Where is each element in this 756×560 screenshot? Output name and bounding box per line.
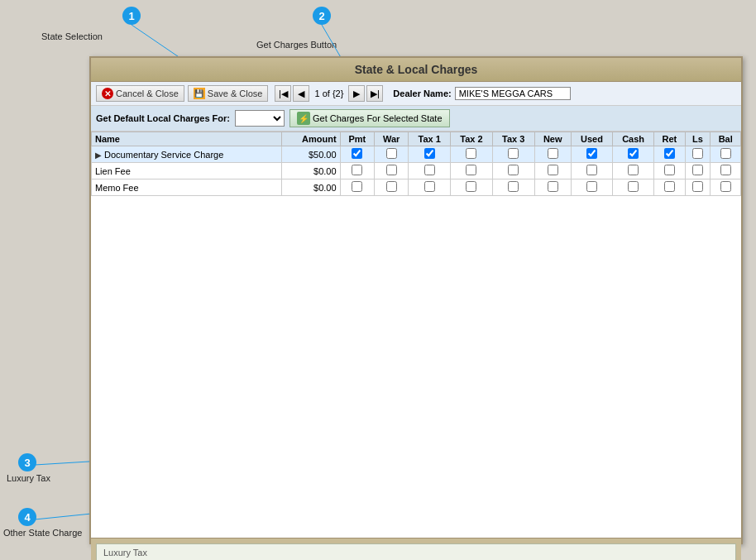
- row-tax1-cell: [409, 163, 451, 179]
- main-window: State & Local Charges ✕ Cancel & Close 💾…: [89, 56, 743, 544]
- row-arrow-cell: ▶ Documentary Service Charge: [92, 146, 282, 163]
- row-tax3-cell: [492, 163, 534, 179]
- row-war-cell: [375, 163, 409, 179]
- cancel-close-button[interactable]: ✕ Cancel & Close: [96, 85, 184, 102]
- col-ls: Ls: [685, 132, 711, 146]
- row-new-checkbox[interactable]: [548, 181, 558, 192]
- row-new-checkbox[interactable]: [548, 148, 558, 159]
- annotation-2: 2: [313, 7, 331, 25]
- row-used-checkbox[interactable]: [586, 165, 597, 175]
- row-amount: $0.00: [281, 179, 340, 196]
- row-ls-checkbox[interactable]: [692, 165, 703, 175]
- row-arrow: ▶: [95, 151, 102, 160]
- row-new-checkbox[interactable]: [548, 165, 558, 175]
- nav-first-button[interactable]: |◀: [275, 85, 291, 102]
- row-tax1-cell: [409, 179, 451, 196]
- cancel-icon: ✕: [102, 88, 113, 99]
- row-new-cell: [534, 146, 571, 163]
- luxury-tax-section: Luxury Tax Luxury Tax %: Luxury Tax Thre…: [96, 543, 736, 560]
- row-arrow-cell: Lien Fee: [92, 163, 282, 179]
- row-bal-checkbox[interactable]: [720, 148, 731, 159]
- window-title: State & Local Charges: [91, 58, 741, 82]
- row-tax1-cell: [409, 146, 451, 163]
- row-pmt-cell: [340, 163, 375, 179]
- row-pmt-cell: [340, 179, 375, 196]
- row-cash-checkbox[interactable]: [628, 181, 639, 192]
- row-tax3-checkbox[interactable]: [508, 148, 519, 159]
- row-tax2-cell: [451, 179, 493, 196]
- col-tax3: Tax 3: [492, 132, 534, 146]
- row-ls-cell: [685, 146, 711, 163]
- row-bal-checkbox[interactable]: [720, 165, 731, 175]
- col-amount: Amount: [281, 132, 340, 146]
- annotation-4: 4: [18, 508, 36, 526]
- row-ls-checkbox[interactable]: [692, 181, 703, 192]
- charges-default-label: Get Default Local Charges For:: [96, 113, 230, 123]
- row-name: Lien Fee: [95, 166, 131, 176]
- row-war-cell: [375, 146, 409, 163]
- row-name: Documentary Service Charge: [104, 150, 223, 160]
- row-ret-cell: [654, 179, 685, 196]
- row-pmt-checkbox[interactable]: [352, 148, 362, 159]
- row-tax2-checkbox[interactable]: [466, 165, 476, 175]
- save-close-button[interactable]: 💾 Save & Close: [188, 85, 269, 102]
- row-tax1-checkbox[interactable]: [424, 165, 435, 175]
- save-icon: 💾: [194, 88, 205, 99]
- row-war-cell: [375, 179, 409, 196]
- row-cash-checkbox[interactable]: [628, 148, 639, 159]
- col-new: New: [534, 132, 571, 146]
- row-used-checkbox[interactable]: [586, 148, 597, 159]
- row-used-checkbox[interactable]: [586, 181, 597, 192]
- row-ls-checkbox[interactable]: [692, 148, 703, 159]
- cancel-label: Cancel & Close: [116, 89, 179, 98]
- table-row: Memo Fee $0.00: [92, 179, 741, 196]
- row-ret-checkbox[interactable]: [664, 148, 675, 159]
- row-tax3-checkbox[interactable]: [508, 165, 519, 175]
- annotation-3-label: Luxury Tax: [7, 473, 50, 483]
- charges-table: Name Amount Pmt War Tax 1 Tax 2 Tax 3 Ne…: [91, 132, 741, 196]
- get-charges-label: Get Charges For Selected State: [313, 113, 443, 123]
- row-ret-checkbox[interactable]: [664, 165, 675, 175]
- row-pmt-checkbox[interactable]: [352, 165, 362, 175]
- col-used: Used: [571, 132, 612, 146]
- annotation-2-label: Get Charges Button: [256, 40, 337, 50]
- state-dropdown[interactable]: [235, 110, 285, 127]
- row-tax3-checkbox[interactable]: [508, 181, 519, 192]
- nav-controls: |◀ ◀ 1 of {2} ▶ ▶|: [275, 85, 383, 102]
- record-indicator: 1 of {2}: [311, 89, 347, 98]
- row-tax2-checkbox[interactable]: [466, 148, 476, 159]
- row-ret-checkbox[interactable]: [664, 181, 675, 192]
- row-war-checkbox[interactable]: [386, 165, 397, 175]
- row-cash-checkbox[interactable]: [628, 165, 639, 175]
- row-war-checkbox[interactable]: [386, 148, 397, 159]
- row-tax2-checkbox[interactable]: [466, 181, 476, 192]
- row-tax2-cell: [451, 163, 493, 179]
- col-tax1: Tax 1: [409, 132, 451, 146]
- row-amount: $0.00: [281, 163, 340, 179]
- row-bal-cell: [711, 146, 741, 163]
- nav-last-button[interactable]: ▶|: [366, 85, 383, 102]
- col-ret: Ret: [654, 132, 685, 146]
- luxury-tax-title: Luxury Tax: [103, 548, 729, 558]
- get-charges-button[interactable]: ⚡ Get Charges For Selected State: [289, 109, 450, 127]
- row-tax1-checkbox[interactable]: [424, 148, 435, 159]
- annotation-3: 3: [18, 453, 36, 471]
- nav-next-button[interactable]: ▶: [348, 85, 365, 102]
- row-ls-cell: [685, 163, 711, 179]
- charges-bar: Get Default Local Charges For: ⚡ Get Cha…: [91, 106, 741, 132]
- col-name: Name: [92, 132, 282, 146]
- row-bal-checkbox[interactable]: [720, 181, 731, 192]
- row-pmt-checkbox[interactable]: [352, 181, 362, 192]
- row-cash-cell: [613, 146, 654, 163]
- row-war-checkbox[interactable]: [386, 181, 397, 192]
- save-label: Save & Close: [208, 89, 263, 98]
- row-used-cell: [571, 163, 612, 179]
- annotation-4-label: Other State Charge: [3, 528, 82, 538]
- nav-prev-button[interactable]: ◀: [293, 85, 309, 102]
- row-tax1-checkbox[interactable]: [424, 181, 435, 192]
- row-tax3-cell: [492, 179, 534, 196]
- row-new-cell: [534, 179, 571, 196]
- row-ret-cell: [654, 163, 685, 179]
- row-ret-cell: [654, 146, 685, 163]
- row-tax3-cell: [492, 146, 534, 163]
